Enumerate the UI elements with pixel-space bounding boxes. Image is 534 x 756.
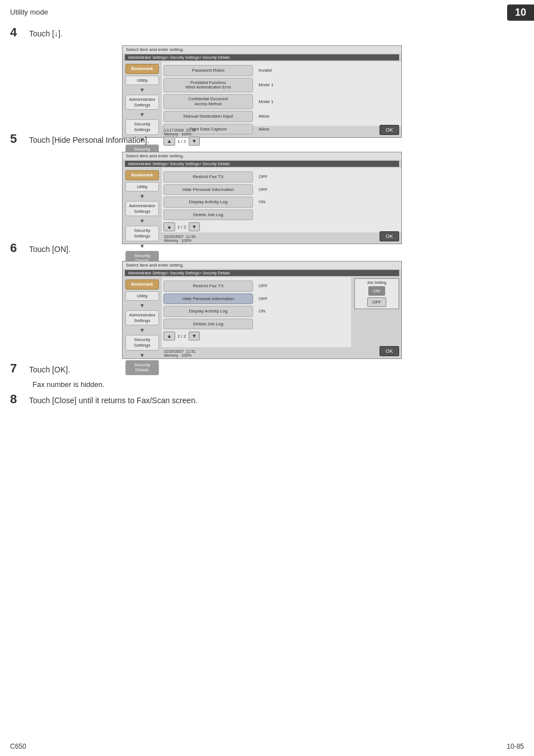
prohibited-value: Mode 1 (255, 81, 277, 88)
s3-restrict-fax-value: OFF (255, 282, 271, 290)
row2: Prohibited FunctionsWhen Authentication … (163, 78, 400, 93)
manual-dest-value: Allow (255, 113, 273, 120)
display-activity-value: ON (255, 198, 269, 206)
screen3-header: Select item and enter setting. (123, 262, 401, 269)
s3-display-activity-value: ON (255, 307, 269, 315)
step7-subtext: Fax number is hidden. (32, 380, 105, 389)
s3-hide-personal-btn[interactable]: Hide Personal Information (163, 293, 253, 305)
prohibited-btn[interactable]: Prohibited FunctionsWhen Authentication … (163, 78, 253, 93)
s3-nav-up-btn[interactable]: ▲ (163, 332, 175, 340)
step7-number: 7 (10, 361, 17, 375)
page-number: 10 (507, 4, 534, 21)
screen3: Select item and enter setting. Administr… (122, 261, 402, 359)
screen3-timestamp: 02/20/2007 11:51 Memory 100% (164, 349, 195, 357)
s2-arrow1: ▼ (139, 193, 145, 199)
s3-arrow1: ▼ (139, 302, 145, 309)
s3-utility-btn[interactable]: Utility (125, 291, 159, 301)
arrow2: ▼ (139, 111, 145, 118)
step5-number: 5 (10, 132, 17, 146)
confidential-btn[interactable]: Confidential DocumentAccess Method (163, 94, 253, 109)
s3-arrow3: ▼ (139, 352, 145, 358)
job-setting-popup: Job Setting ON OFF (354, 278, 399, 309)
nav-row3: ▲ 2 / 2 ▼ (163, 332, 349, 340)
s3-hide-personal-value: OFF (255, 295, 271, 302)
utility-mode-label: Utility mode (10, 8, 48, 16)
job-setting-off-btn[interactable]: OFF (367, 297, 386, 307)
row3: Confidential DocumentAccess Method Mode … (163, 94, 400, 109)
footer-page: 10-85 (507, 743, 524, 750)
step8-text: Touch [Close] until it returns to Fax/Sc… (29, 396, 198, 405)
job-setting-on-btn[interactable]: ON (368, 286, 385, 296)
s3-security-settings-btn[interactable]: SecuritySettings (125, 335, 159, 350)
s2-bookmark-btn[interactable]: Bookmark (125, 170, 159, 180)
step4-number: 4 (10, 25, 17, 39)
s3-arrow2: ▼ (139, 327, 145, 333)
confidential-value: Mode 1 (255, 98, 277, 105)
s3-nav-down-btn[interactable]: ▼ (189, 332, 200, 340)
screen2: Select item and enter setting. Administr… (122, 152, 402, 244)
screen3-sidebar: Bookmark Utility ▼ AdministratorSettings… (123, 277, 162, 358)
s3-restrict-fax-btn[interactable]: Restrict Fax TX (163, 281, 253, 292)
nav-row2: ▲ 2 / 2 ▼ (163, 222, 400, 231)
s2-row4: Delete Job Log (163, 209, 400, 221)
display-activity-btn[interactable]: Display Activity Log (163, 197, 253, 208)
screen3-ok-btn[interactable]: OK (380, 346, 399, 356)
step6-number: 6 (10, 241, 17, 255)
s3-row3: Display Activity Log ON (163, 306, 349, 317)
step6-text: Touch [ON]. (29, 245, 71, 254)
row1: Password Rules Invalid (163, 65, 400, 76)
restrict-fax-btn[interactable]: Restrict Fax TX (163, 171, 253, 183)
s2-row3: Display Activity Log ON (163, 197, 400, 208)
s3-bookmark-btn[interactable]: Bookmark (125, 279, 159, 290)
step4-text: Touch [↓]. (29, 29, 63, 38)
screen2-breadcrumb: Administrator Settings> Security Setting… (125, 161, 399, 167)
screen2-sidebar: Bookmark Utility ▼ AdministratorSettings… (123, 168, 162, 244)
s2-nav-up-btn[interactable]: ▲ (163, 222, 175, 231)
step5-text: Touch [Hide Personal Information]. (29, 136, 149, 144)
password-rules-value: Invalid (255, 67, 275, 74)
utility-btn[interactable]: Utility (125, 76, 159, 86)
footer-model: C650 (10, 743, 26, 750)
screen2-content: Restrict Fax TX OFF Hide Personal Inform… (162, 168, 401, 232)
s3-row1: Restrict Fax TX OFF (163, 281, 349, 292)
row4: Manual Destination Input Allow (163, 111, 400, 122)
step7-text: Touch [OK]. (29, 365, 70, 374)
password-rules-btn[interactable]: Password Rules (163, 65, 253, 76)
s3-delete-job-value (255, 323, 262, 325)
screen1-content: Password Rules Invalid Prohibited Functi… (162, 62, 401, 126)
s3-delete-job-btn[interactable]: Delete Job Log (163, 319, 253, 330)
s2-admin-btn[interactable]: AdministratorSettings (125, 201, 159, 216)
delete-job-btn[interactable]: Delete Job Log (163, 209, 253, 221)
s2-utility-btn[interactable]: Utility (125, 182, 159, 192)
s2-security-settings-btn[interactable]: SecuritySettings (125, 226, 159, 241)
s3-row2: Hide Personal Information OFF (163, 293, 349, 305)
delete-job-value (255, 214, 262, 216)
screen1-sidebar: Bookmark Utility ▼ AdministratorSettings… (123, 62, 162, 137)
restrict-fax-value: OFF (255, 173, 271, 180)
nav-page2: 2 / 2 (177, 225, 186, 230)
screen3-content: Restrict Fax TX OFF Hide Personal Inform… (162, 277, 351, 347)
screen2-header: Select item and enter setting. (123, 152, 401, 160)
screen2-ok-btn[interactable]: OK (380, 231, 399, 241)
job-setting-label: Job Setting (367, 281, 386, 284)
s2-row2: Hide Personal Information OFF (163, 184, 400, 195)
s2-nav-down-btn[interactable]: ▼ (189, 222, 200, 231)
bookmark-btn[interactable]: Bookmark (125, 64, 159, 74)
manual-dest-btn[interactable]: Manual Destination Input (163, 111, 253, 122)
screen1-header: Select item and enter setting. (123, 46, 401, 53)
screen1-breadcrumb: Administrator Settings> Security Setting… (125, 54, 399, 60)
nav-page3: 2 / 2 (177, 334, 186, 339)
screen1: Select item and enter setting. Administr… (122, 45, 402, 138)
s3-admin-btn[interactable]: AdministratorSettings (125, 310, 159, 325)
s3-row4: Delete Job Log (163, 319, 349, 330)
s2-arrow2: ▼ (139, 218, 145, 224)
s3-display-activity-btn[interactable]: Display Activity Log (163, 306, 253, 317)
screen3-breadcrumb: Administrator Settings> Security Setting… (125, 270, 399, 276)
step8-number: 8 (10, 392, 17, 406)
admin-settings-btn[interactable]: AdministratorSettings (125, 95, 159, 110)
arrow1: ▼ (139, 87, 145, 93)
hide-personal-value: OFF (255, 186, 271, 193)
hide-personal-btn[interactable]: Hide Personal Information (163, 184, 253, 195)
s2-row1: Restrict Fax TX OFF (163, 171, 400, 183)
